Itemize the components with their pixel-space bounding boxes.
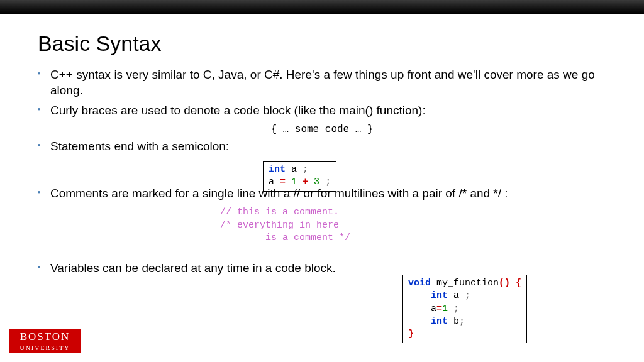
- code-box-statements: int a ; a = 1 + 3 ;: [263, 161, 336, 192]
- bullet-item: Curly braces are used to denote a code b…: [38, 103, 606, 119]
- code-box-function: void my_function() { int a ; a=1 ; int b…: [402, 275, 527, 343]
- bullet-item: C++ syntax is very similar to C, Java, o…: [38, 67, 606, 98]
- bullet-list: C++ syntax is very similar to C, Java, o…: [38, 67, 606, 119]
- code-inline-braces: { … some code … }: [38, 124, 606, 135]
- code-comments: // this is a comment. /* everything in h…: [220, 206, 606, 244]
- top-bar: [0, 0, 644, 14]
- slide-content: Basic Syntax C++ syntax is very similar …: [0, 14, 644, 277]
- logo-text-top: BOSTON: [9, 331, 81, 343]
- bullet-list: Statements end with a semicolon:: [38, 139, 606, 155]
- slide-title: Basic Syntax: [38, 31, 606, 56]
- boston-university-logo: BOSTON UNIVERSITY: [9, 329, 81, 353]
- logo-text-bottom: UNIVERSITY: [13, 344, 77, 352]
- bullet-item: Statements end with a semicolon:: [38, 139, 606, 155]
